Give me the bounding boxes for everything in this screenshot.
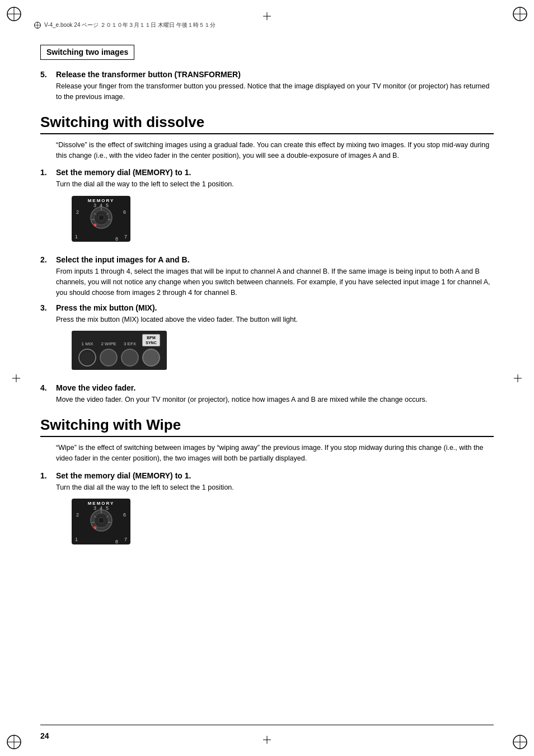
btn-1-mix: 1 MIX (78, 341, 96, 367)
btn-bpm-sync-circle[interactable] (142, 349, 160, 367)
btn-2-wipe-circle[interactable] (100, 349, 118, 367)
dissolve-heading: Switching with dissolve (40, 114, 494, 134)
step-5: 5. Release the transformer button (TRANS… (40, 70, 494, 102)
dissolve-step-3-title: Press the mix button (MIX). (56, 303, 494, 312)
btn-bpm-sync: BPMSYNC (142, 334, 160, 367)
page-container: V-4_e.book 24 ページ ２０１０年３月１１日 木曜日 午後１時５１分… (0, 0, 534, 756)
step-5-num: 5. (40, 70, 56, 102)
dissolve-step-3-content: Press the mix button (MIX). Press the mi… (56, 303, 494, 378)
wipe-memory-dial-diagram: MEMORY 345 26 (72, 498, 494, 544)
dissolve-step-1-num: 1. (40, 168, 56, 250)
dissolve-step-4-content: Move the video fader. Move the video fad… (56, 383, 494, 405)
reg-mark-tl (6, 6, 22, 22)
edge-cross-right (514, 374, 522, 382)
bottom-line (40, 725, 494, 725)
dissolve-step-4: 4. Move the video fader. Move the video … (40, 383, 494, 405)
dissolve-step-4-num: 4. (40, 383, 56, 405)
svg-point-26 (99, 518, 104, 523)
dissolve-step-1: 1. Set the memory dial (MEMORY) to 1. Tu… (40, 168, 494, 250)
dissolve-step-3-desc: Press the mix button (MIX) located above… (56, 314, 494, 325)
wipe-step-1-desc: Turn the dial all the way to the left to… (56, 482, 494, 493)
reg-mark-tr (512, 6, 528, 22)
wipe-dial-8: 8 (115, 539, 118, 544)
dissolve-memory-dial-diagram: MEMORY 345 26 (72, 195, 494, 242)
dissolve-step-4-title: Move the video fader. (56, 383, 494, 392)
dissolve-step-4-desc: Move the video fader. On your TV monitor… (56, 395, 494, 405)
btn-3-efx-circle[interactable] (121, 349, 139, 367)
step-5-content: Release the transformer button (TRANSFOR… (56, 70, 494, 102)
svg-point-17 (99, 215, 104, 220)
file-info: V-4_e.book 24 ページ ２０１０年３月１１日 木曜日 午後１時５１分 (44, 21, 216, 29)
edge-cross-top (263, 12, 271, 20)
wipe-step-1-title: Set the memory dial (MEMORY) to 1. (56, 471, 494, 480)
page-number: 24 (40, 731, 49, 740)
reg-mark-bl (6, 734, 22, 750)
metadata-bar: V-4_e.book 24 ページ ２０１０年３月１１日 木曜日 午後１時５１分 (34, 21, 500, 29)
dissolve-dial-8: 8 (115, 236, 118, 242)
dissolve-step-2: 2. Select the input images for A and B. … (40, 255, 494, 298)
dissolve-dial-numbers-bottom: 17 (75, 234, 127, 240)
wipe-step-1-content: Set the memory dial (MEMORY) to 1. Turn … (56, 471, 494, 553)
dissolve-step-2-title: Select the input images for A and B. (56, 255, 494, 264)
dissolve-step-2-content: Select the input images for A and B. Fro… (56, 255, 494, 298)
wipe-dial-knob (90, 509, 113, 532)
dissolve-step-1-content: Set the memory dial (MEMORY) to 1. Turn … (56, 168, 494, 250)
dissolve-step-2-desc: From inputs 1 through 4, select the imag… (56, 266, 494, 298)
section-header-text: Switching two images (46, 48, 128, 57)
wipe-step-1: 1. Set the memory dial (MEMORY) to 1. Tu… (40, 471, 494, 553)
step-5-title: Release the transformer button (TRANSFOR… (56, 70, 494, 79)
content-area: Switching two images 5. Release the tran… (40, 45, 494, 711)
step-5-desc: Release your finger from the transformer… (56, 81, 494, 102)
edge-cross-left (12, 374, 20, 382)
wipe-heading: Switching with Wipe (40, 416, 494, 437)
wipe-intro: “Wipe” is the effect of switching betwee… (56, 443, 494, 464)
section-header-box: Switching two images (40, 45, 134, 60)
svg-point-32 (93, 527, 96, 529)
wipe-step-1-num: 1. (40, 471, 56, 553)
reg-mark-br (512, 734, 528, 750)
btn-3-efx: 3 EFX (121, 341, 139, 367)
svg-point-23 (93, 224, 96, 227)
wipe-dial-numbers-bottom: 17 (75, 537, 127, 542)
edge-cross-bottom (263, 736, 271, 744)
mix-buttons-diagram: 1 MIX 2 WIPE 3 EFX (72, 331, 494, 370)
dissolve-step-1-title: Set the memory dial (MEMORY) to 1. (56, 168, 494, 177)
dissolve-step-3-num: 3. (40, 303, 56, 378)
dissolve-intro: “Dissolve” is the effect of switching im… (56, 140, 494, 162)
dissolve-step-1-desc: Turn the dial all the way to the left to… (56, 179, 494, 190)
btn-2-wipe: 2 WIPE (100, 341, 118, 367)
dissolve-step-3: 3. Press the mix button (MIX). Press the… (40, 303, 494, 378)
dissolve-dial-knob (90, 206, 113, 229)
dissolve-step-2-num: 2. (40, 255, 56, 298)
btn-1-mix-circle[interactable] (78, 349, 96, 367)
